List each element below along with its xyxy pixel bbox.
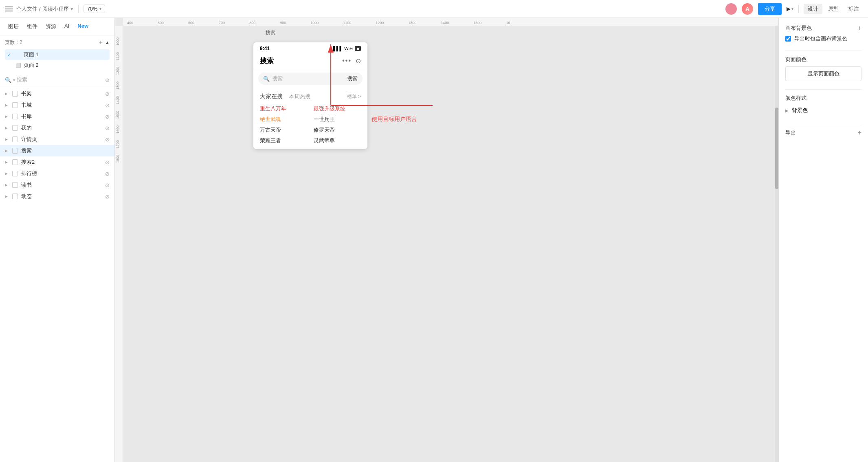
tab-ai[interactable]: AI <box>61 21 73 32</box>
color-style-title: 颜色样式 <box>785 95 806 102</box>
trending-item-8[interactable]: 灵武帝尊 <box>314 137 361 144</box>
layer-item-shuku[interactable]: ▶ 书库 ⊘ <box>0 111 114 122</box>
export-bg-checkbox[interactable] <box>785 36 791 42</box>
avatar[interactable] <box>725 3 737 15</box>
trending-item-5[interactable]: 万古天帝 <box>260 126 307 134</box>
divider-1 <box>785 51 861 51</box>
topbar: 个人文件 / 阅读小程序 ▾ 70% ▾ A 分享 ▶ ▾ 设计 原型 标注 <box>0 0 868 18</box>
phone-trending: 大家在搜 本周热搜 榜单 > 重生八万年 最强升级系统 绝世武魂 一世兵王 万古… <box>253 88 367 149</box>
layer-item-read[interactable]: ▶ 读书 ⊘ <box>0 179 114 191</box>
expand-icon: ▶ <box>5 149 11 153</box>
search-box[interactable]: 🔍 搜索 搜索 <box>258 73 363 85</box>
sidebar-pages: 页数：2 + ▲ ✓ 页面 1 ⬜ 页面 2 <box>0 35 114 74</box>
layer-hide-icon-shucheng[interactable]: ⊘ <box>105 102 110 108</box>
trending-item-7[interactable]: 荣耀王者 <box>260 137 307 144</box>
zoom-control[interactable]: 70% ▾ <box>84 4 105 13</box>
layer-item-shucheng[interactable]: ▶ 书城 ⊘ <box>0 99 114 111</box>
tab-assets[interactable]: 资源 <box>42 21 59 32</box>
font-icon-btn[interactable]: A <box>742 3 753 15</box>
tab-design[interactable]: 设计 <box>804 4 822 14</box>
layer-item-search[interactable]: ▶ 搜索 <box>0 145 114 156</box>
page-item-1[interactable]: ✓ 页面 1 <box>5 49 110 60</box>
tab-prototype[interactable]: 原型 <box>824 4 843 14</box>
layer-hide-icon-search2[interactable]: ⊘ <box>105 159 110 165</box>
breadcrumb-sep: / <box>39 6 41 12</box>
search-box-button[interactable]: 搜索 <box>347 75 358 82</box>
chevron-down-icon[interactable]: ▾ <box>70 6 73 12</box>
search-label: 搜索 <box>17 76 27 84</box>
tab-mark[interactable]: 标注 <box>844 4 863 14</box>
phone-frame: 9:41 ▌▌▌ WiFi ■ 搜索 ••• ⊙ 🔍 搜索 <box>253 42 367 149</box>
canvas-scrollbar[interactable] <box>775 26 778 462</box>
trending-item-3[interactable]: 绝世武魂 <box>260 116 307 123</box>
breadcrumb: 个人文件 / 阅读小程序 ▾ <box>16 5 73 13</box>
color-style-item-bg[interactable]: ▶ 背景色 <box>785 105 861 116</box>
panel-section-export: 导出 + <box>785 129 861 136</box>
layer-item-detail[interactable]: ▶ 详情页 ⊘ <box>0 134 114 145</box>
canvas-bg-title: 画布背景色 <box>785 24 812 32</box>
page-color-title: 页面颜色 <box>785 56 806 63</box>
export-title: 导出 <box>785 129 796 136</box>
canvas-area[interactable]: 400 500 600 700 800 900 1000 1100 1200 1… <box>115 18 778 462</box>
show-page-color-button[interactable]: 显示页面颜色 <box>785 66 861 81</box>
play-icon: ▶ <box>787 6 791 12</box>
layer-hide-icon-shujia[interactable]: ⊘ <box>105 91 110 97</box>
phone-title: 搜索 <box>260 56 274 66</box>
tab-new[interactable]: New <box>74 21 92 32</box>
camera-icon[interactable]: ⊙ <box>356 57 361 65</box>
play-chevron-icon: ▾ <box>791 7 793 11</box>
trending-tab-all[interactable]: 大家在搜 <box>260 93 283 100</box>
color-style-label-bg: 背景色 <box>792 107 808 114</box>
breadcrumb-project[interactable]: 阅读小程序 <box>42 5 69 13</box>
right-panel: 画布背景色 + 导出时包含画布背景色 页面颜色 显示页面颜色 颜色样式 ▶ <box>778 18 868 462</box>
share-button[interactable]: 分享 <box>758 3 782 15</box>
layer-name-wode: 我的 <box>21 124 105 132</box>
search-icon: 🔍 <box>5 77 11 83</box>
filter-icon[interactable]: ⊘ <box>105 77 110 83</box>
layer-item-wode[interactable]: ▶ 我的 ⊘ <box>0 122 114 134</box>
layer-item-search2[interactable]: ▶ 搜索2 ⊘ <box>0 156 114 168</box>
trending-tab-week[interactable]: 本周热搜 <box>289 93 310 100</box>
menu-icon[interactable] <box>5 5 13 13</box>
layer-name-detail: 详情页 <box>21 136 105 143</box>
add-page-button[interactable]: + <box>99 39 103 46</box>
trending-item-4[interactable]: 一世兵王 <box>314 116 361 123</box>
page-item-2[interactable]: ⬜ 页面 2 <box>5 60 110 70</box>
layer-hide-icon-dynamic[interactable]: ⊘ <box>105 194 110 200</box>
battery-icon: ■ <box>355 46 361 51</box>
trending-item-6[interactable]: 修罗天帝 <box>314 126 361 134</box>
canvas-scrollbar-thumb[interactable] <box>775 108 778 189</box>
tab-layers[interactable]: 图层 <box>5 21 22 32</box>
export-add-icon[interactable]: + <box>858 129 861 136</box>
layer-hide-icon-read[interactable]: ⊘ <box>105 182 110 188</box>
canvas-bg-add-icon[interactable]: + <box>858 24 861 32</box>
layer-item-rank[interactable]: ▶ 排行榜 ⊘ <box>0 168 114 179</box>
frame-label: 搜索 <box>266 29 275 36</box>
phone-search-bar: 🔍 搜索 搜索 <box>253 69 367 88</box>
tab-components[interactable]: 组件 <box>24 21 41 32</box>
layer-item-shujia[interactable]: ▶ 书架 ⊘ <box>0 88 114 99</box>
layer-item-dynamic[interactable]: ▶ 动态 ⊘ <box>0 191 114 202</box>
expand-icon: ▶ <box>5 103 11 107</box>
divider-3 <box>785 124 861 124</box>
share-label: 分享 <box>765 5 775 13</box>
layer-hide-icon-shuku[interactable]: ⊘ <box>105 114 110 120</box>
sidebar: 图层 组件 资源 AI New 页数：2 + ▲ ✓ 页面 1 <box>0 18 115 462</box>
expand-icon: ▶ <box>5 183 11 187</box>
trending-item-1[interactable]: 重生八万年 <box>260 105 307 112</box>
trending-item-2[interactable]: 最强升级系统 <box>314 105 361 112</box>
layer-hide-icon-detail[interactable]: ⊘ <box>105 136 110 143</box>
dots-icon[interactable]: ••• <box>342 57 352 65</box>
layer-hide-icon-wode[interactable]: ⊘ <box>105 125 110 131</box>
layer-name-rank: 排行榜 <box>21 170 105 177</box>
search-box-icon: 🔍 <box>263 76 270 82</box>
play-button[interactable]: ▶ ▾ <box>787 6 793 12</box>
collapse-pages-icon[interactable]: ▲ <box>105 40 110 45</box>
trending-more-link[interactable]: 榜单 > <box>347 93 361 100</box>
layer-type-icon <box>12 148 18 154</box>
page-check-icon: ✓ <box>7 52 13 57</box>
panel-section-color-style: 颜色样式 ▶ 背景色 <box>785 95 861 116</box>
phone-header: 搜索 ••• ⊙ <box>253 53 367 69</box>
layer-hide-icon-rank[interactable]: ⊘ <box>105 171 110 177</box>
layer-search-input[interactable]: 🔍 ▾ 搜索 <box>5 76 27 84</box>
